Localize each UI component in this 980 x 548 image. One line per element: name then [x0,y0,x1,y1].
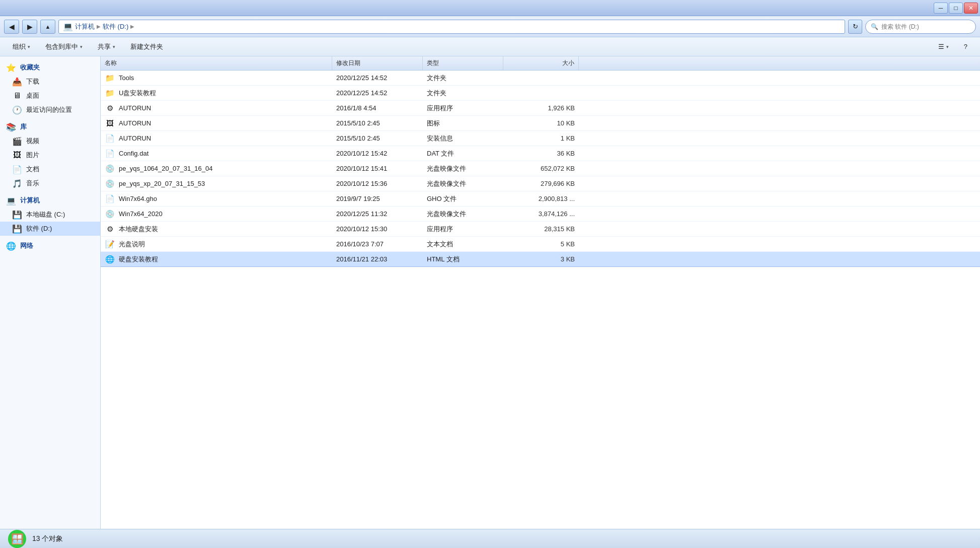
file-type: 文件夹 [423,71,503,85]
file-size: 3 KB [503,252,579,266]
sidebar-item-disk-d[interactable]: 💾 软件 (D:) [0,222,100,236]
file-icon: 📝 [105,239,115,249]
table-row[interactable]: 📝 光盘说明 2016/10/23 7:07 文本文档 5 KB [101,237,980,252]
forward-button[interactable]: ▶ [22,20,37,34]
close-button[interactable]: ✕ [964,3,978,14]
col-header-size[interactable]: 大小 [503,56,579,70]
table-row[interactable]: 📁 U盘安装教程 2020/12/25 14:52 文件夹 [101,86,980,101]
file-type: 应用程序 [423,101,503,115]
statusbar: 🪟 13 个对象 [0,529,980,548]
file-name-cell: 💿 Win7x64_2020 [101,207,332,221]
table-row[interactable]: 💿 pe_yqs_xp_20_07_31_15_53 2020/10/12 15… [101,176,980,191]
table-row[interactable]: 📄 AUTORUN 2015/5/10 2:45 安装信息 1 KB [101,131,980,146]
sidebar-item-doc[interactable]: 📄 文档 [0,162,100,176]
breadcrumb-icon: 💻 [63,22,73,31]
file-name: Config.dat [119,150,148,157]
video-icon: 🎬 [12,136,22,146]
file-type: 安装信息 [423,131,503,146]
table-row[interactable]: 📄 Config.dat 2020/10/12 15:42 DAT 文件 36 … [101,146,980,161]
up-icon: ▲ [45,24,51,30]
organize-label: 组织 [13,42,26,51]
file-icon: 💿 [105,209,115,219]
status-logo: 🪟 [8,530,26,548]
file-date: 2020/12/25 14:52 [332,86,423,100]
table-row[interactable]: ⚙ 本地硬盘安装 2020/10/12 15:30 应用程序 28,315 KB [101,222,980,237]
sidebar-item-download[interactable]: 📥 下载 [0,75,100,89]
share-label: 共享 [98,42,111,51]
breadcrumb-drive[interactable]: 软件 (D:) [103,22,128,31]
col-header-type[interactable]: 类型 [423,56,503,70]
maximize-button[interactable]: □ [949,3,963,14]
table-row[interactable]: 📄 Win7x64.gho 2019/9/7 19:25 GHO 文件 2,90… [101,191,980,207]
minimize-button[interactable]: ─ [934,3,948,14]
file-name: U盘安装教程 [119,89,156,98]
new-folder-button[interactable]: 新建文件夹 [124,40,170,54]
sidebar-computer-header[interactable]: 💻 计算机 [0,193,100,208]
file-name: AUTORUN [119,119,151,127]
help-icon: ? [964,43,967,50]
sidebar-item-desktop[interactable]: 🖥 桌面 [0,89,100,103]
add-to-library-button[interactable]: 包含到库中 ▾ [39,40,89,54]
status-count: 13 个对象 [32,534,63,543]
sidebar-item-photo[interactable]: 🖼 图片 [0,148,100,162]
sidebar-favorites-header[interactable]: ⭐ 收藏夹 [0,60,100,75]
table-row[interactable]: 🖼 AUTORUN 2015/5/10 2:45 图标 10 KB [101,116,980,131]
file-size: 10 KB [503,116,579,130]
search-bar[interactable]: 🔍 [865,20,976,34]
file-name-cell: ⚙ 本地硬盘安装 [101,222,332,236]
sidebar-item-disk-c[interactable]: 💾 本地磁盘 (C:) [0,208,100,222]
add-to-library-label: 包含到库中 [45,42,78,51]
favorites-icon: ⭐ [6,62,16,73]
file-type: GHO 文件 [423,191,503,206]
refresh-button[interactable]: ↻ [848,20,862,34]
search-input[interactable] [881,23,962,30]
disk-c-icon: 💾 [12,210,22,220]
file-size: 36 KB [503,146,579,161]
breadcrumb-computer[interactable]: 计算机 [75,22,95,31]
view-button[interactable]: ☰ ▾ [932,40,955,54]
col-header-name[interactable]: 名称 [101,56,332,70]
file-name: AUTORUN [119,134,151,142]
refresh-icon: ↻ [853,23,858,30]
help-button[interactable]: ? [957,40,974,54]
organize-button[interactable]: 组织 ▾ [6,40,37,54]
sidebar-favorites-label: 收藏夹 [20,63,40,72]
file-name-cell: 💿 pe_yqs_xp_20_07_31_15_53 [101,176,332,191]
table-row[interactable]: ⚙ AUTORUN 2016/1/8 4:54 应用程序 1,926 KB [101,101,980,116]
table-row[interactable]: 💿 pe_yqs_1064_20_07_31_16_04 2020/10/12 … [101,161,980,176]
network-icon: 🌐 [6,241,16,251]
file-list-header: 名称 修改日期 类型 大小 [101,56,980,71]
computer-icon: 💻 [6,195,16,206]
sidebar-library-header[interactable]: 📚 库 [0,120,100,134]
doc-icon: 📄 [12,164,22,174]
download-icon: 📥 [12,77,22,87]
table-row[interactable]: 📁 Tools 2020/12/25 14:52 文件夹 [101,71,980,86]
file-size [503,86,579,100]
file-icon: 🌐 [105,254,115,264]
file-date: 2020/12/25 14:52 [332,71,423,85]
col-header-date[interactable]: 修改日期 [332,56,423,70]
sidebar-item-recent[interactable]: 🕐 最近访问的位置 [0,103,100,117]
file-date: 2016/11/21 22:03 [332,252,423,266]
table-row[interactable]: 💿 Win7x64_2020 2020/12/25 11:32 光盘映像文件 3… [101,207,980,222]
view-chevron: ▾ [946,44,949,49]
forward-icon: ▶ [27,23,33,31]
file-date: 2020/10/12 15:42 [332,146,423,161]
sidebar-item-music[interactable]: 🎵 音乐 [0,176,100,190]
file-icon: ⚙ [105,224,115,234]
file-type: DAT 文件 [423,146,503,161]
file-name: 硬盘安装教程 [119,255,158,264]
sidebar-doc-label: 文档 [26,165,39,174]
file-name-cell: 🌐 硬盘安装教程 [101,252,332,266]
file-name: 光盘说明 [119,240,145,249]
back-button[interactable]: ◀ [4,20,19,34]
share-button[interactable]: 共享 ▾ [91,40,122,54]
up-button[interactable]: ▲ [40,20,55,34]
file-icon: 📄 [105,194,115,204]
breadcrumb[interactable]: 💻 计算机 ▶ 软件 (D:) ▶ [58,20,845,34]
sidebar-item-video[interactable]: 🎬 视频 [0,134,100,148]
table-row[interactable]: 🌐 硬盘安装教程 2016/11/21 22:03 HTML 文档 3 KB [101,252,980,267]
sidebar-network-header[interactable]: 🌐 网络 [0,239,100,253]
sidebar-library-label: 库 [20,122,27,131]
sidebar-computer-section: 💻 计算机 💾 本地磁盘 (C:) 💾 软件 (D:) [0,193,100,236]
